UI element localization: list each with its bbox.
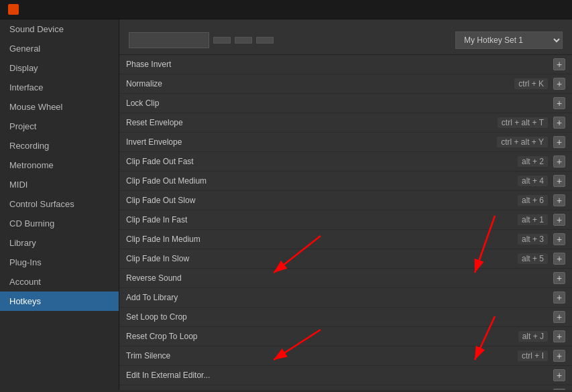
hotkey-name: Clip Fade In Fast [126,215,518,224]
hotkey-name: Phase Invert [126,60,553,69]
hotkey-name: Reset Crop To Loop [126,332,518,341]
hotkey-name: Edit In External Editor... [126,371,553,380]
hotkey-keys: alt + 1 [518,214,548,225]
hotkey-add-button[interactable]: + [553,136,565,148]
hotkey-name: Clip Fade In Medium [126,235,518,244]
hotkey-add-button[interactable]: + [553,233,565,245]
search-input[interactable] [129,32,209,48]
sidebar-item-metronome[interactable]: Metronome [0,155,119,175]
hotkey-row: Add To Library+ [119,288,572,308]
hotkey-add-button[interactable]: + [553,350,565,362]
hotkey-name: Lock Clip [126,99,553,108]
hotkey-add-button[interactable]: + [553,175,565,187]
title-bar-left [8,4,24,15]
hotkey-keys: alt + 5 [518,253,548,264]
sidebar-item-recording[interactable]: Recording [0,136,119,155]
hotkey-name: Add To Library [126,293,553,302]
sidebar-item-account[interactable]: Account [0,272,119,291]
hotkey-row: Edit In External Editor...+ [119,366,572,385]
sidebar-item-plug-ins[interactable]: Plug-Ins [0,253,119,272]
hotkey-name: Invert Envelope [126,137,497,147]
sidebar-item-general[interactable]: General [0,39,119,58]
content-header: My Hotkey Set 1 [119,19,572,55]
sidebar-item-project[interactable]: Project [0,117,119,136]
hotkey-row: Reverse Sound+ [119,269,572,288]
hotkey-name: Reverse Sound [126,273,553,283]
sidebar-item-mouse-wheel[interactable]: Mouse Wheel [0,97,119,117]
hotkey-add-button[interactable]: + [553,330,565,342]
hotkey-keys: alt + 6 [518,195,548,206]
hotkey-row: Reset Crop To Loopalt + J+ [119,327,572,346]
sidebar-item-hotkeys[interactable]: Hotkeys [0,291,119,311]
hotkey-row: Set Loop to Crop+ [119,308,572,327]
hotkey-name: Clip Fade Out Medium [126,176,518,186]
reset-button[interactable] [256,37,274,44]
hotkey-name: Reset Envelope [126,118,498,127]
hotkey-add-button[interactable]: + [553,389,565,390]
main-layout: Sound DeviceGeneralDisplayInterfaceMouse… [0,19,572,390]
hotkey-add-button[interactable]: + [553,291,565,304]
hotkey-name: Clip Fade In Slow [126,254,518,263]
hotkey-add-button[interactable]: + [553,369,565,381]
hotkey-keys: alt + 2 [518,156,548,167]
hotkey-name: Set Loop to Crop [126,312,553,322]
hotkey-row: Phase Invert+ [119,55,572,74]
hotkey-row: Clip Fade Out Slowalt + 6+ [119,191,572,210]
sidebar: Sound DeviceGeneralDisplayInterfaceMouse… [0,19,119,390]
hotkey-row: Clip Fade In Slowalt + 5+ [119,249,572,269]
hotkey-keys: ctrl + K [514,78,548,89]
hotkey-row: Clip Fade Out Fastalt + 2+ [119,152,572,172]
sidebar-item-control-surfaces[interactable]: Control Surfaces [0,194,119,214]
hotkey-add-button[interactable]: + [553,311,565,323]
hotkey-add-button[interactable]: + [553,78,565,90]
app-icon [8,4,19,15]
hotkey-keys: ctrl + I [518,350,548,361]
hotkey-row: Clip Fade In Mediumalt + 3+ [119,230,572,249]
sidebar-item-library[interactable]: Library [0,233,119,253]
sidebar-item-sound-device[interactable]: Sound Device [0,19,119,39]
hotkey-row: Clip Fade In Fastalt + 1+ [119,210,572,230]
hotkey-row: Invert Envelopectrl + alt + Y+ [119,133,572,152]
hotkey-name: Clip Fade Out Slow [126,196,518,205]
hotkey-row: Normalizectrl + K+ [119,74,572,94]
hotkey-add-button[interactable]: + [553,194,565,206]
sidebar-item-interface[interactable]: Interface [0,78,119,97]
sidebar-item-display[interactable]: Display [0,58,119,78]
hotkey-row: Clip Fade Out Mediumalt + 4+ [119,172,572,191]
hotkey-row: Trim Silencectrl + I+ [119,346,572,366]
new-set-button[interactable] [213,37,231,44]
hotkey-add-button[interactable]: + [553,97,565,109]
hotkey-name: Normalize [126,79,514,88]
hotkey-keys: alt + J [518,331,548,342]
hotkey-row: Reset Envelopectrl + alt + T+ [119,113,572,133]
hotkey-row: Lock Clip+ [119,94,572,113]
title-bar [0,0,572,19]
hotkey-add-button[interactable]: + [553,117,565,129]
hotkey-keys: ctrl + alt + Y [497,137,548,147]
hotkey-name: Clip Fade Out Fast [126,157,518,166]
hotkey-add-button[interactable]: + [553,214,565,226]
hotkey-add-button[interactable]: + [553,155,565,168]
sidebar-item-cd-burning[interactable]: CD Burning [0,214,119,233]
hotkey-row: Open Containing Folder+ [119,385,572,390]
content-panel: My Hotkey Set 1 Phase Invert+Normalizect… [119,19,572,390]
hotkey-name: Trim Silence [126,351,518,361]
hotkey-set-select[interactable]: My Hotkey Set 1 [455,31,563,49]
hotkey-add-button[interactable]: + [553,272,565,284]
hotkey-list: Phase Invert+Normalizectrl + K+Lock Clip… [119,55,572,390]
delete-button[interactable] [235,37,252,44]
hotkey-keys: alt + 4 [518,176,548,186]
toolbar: My Hotkey Set 1 [129,31,563,49]
hotkey-keys: ctrl + alt + T [498,117,548,128]
sidebar-item-midi[interactable]: MIDI [0,175,119,194]
hotkey-keys: alt + 3 [518,234,548,245]
hotkey-add-button[interactable]: + [553,58,565,70]
hotkey-add-button[interactable]: + [553,253,565,265]
